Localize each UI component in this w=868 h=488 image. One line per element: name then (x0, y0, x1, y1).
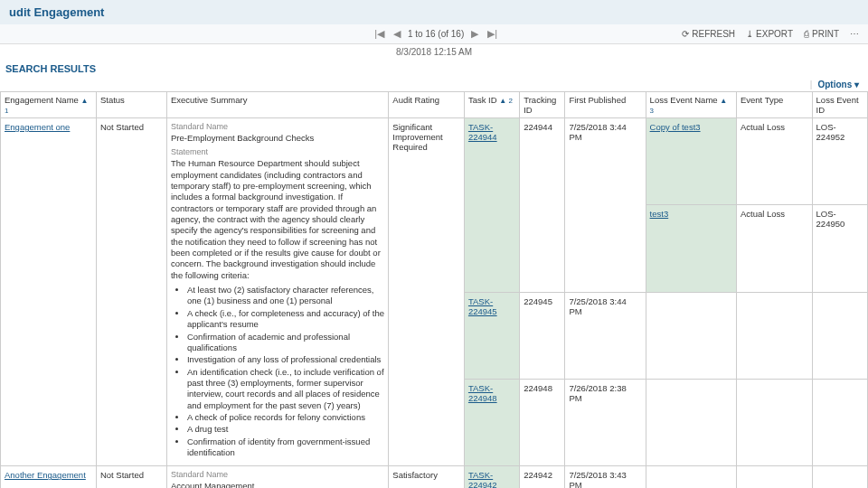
task-cell: TASK-224944 (464, 118, 519, 293)
rating-cell: Satisfactory (389, 466, 465, 488)
task-cell: TASK-224942 (464, 466, 519, 488)
more-icon[interactable]: ⋯ (850, 29, 859, 39)
summary-cell: Standard NamePre-Employment Background C… (166, 118, 388, 466)
event-id-cell: LOS-224950 (812, 205, 867, 292)
published-cell: 7/26/2018 2:38 PM (565, 379, 646, 465)
loss-name-cell: test3 (646, 205, 736, 292)
tracking-cell: 224942 (520, 466, 565, 488)
task-link[interactable]: TASK-224948 (468, 383, 497, 403)
col-published[interactable]: First Published (565, 92, 646, 118)
pager-first-icon[interactable]: |◀ (373, 28, 386, 40)
loss-name-cell: Copy of test3 (646, 118, 736, 205)
tracking-cell: 224948 (520, 379, 565, 465)
col-eventtype[interactable]: Event Type (736, 92, 812, 118)
pager-prev-icon[interactable]: ◀ (392, 28, 402, 40)
task-link[interactable]: TASK-224942 (468, 470, 497, 488)
task-link[interactable]: TASK-224945 (468, 296, 497, 316)
status-cell: Not Started (96, 118, 166, 466)
loss-link[interactable]: test3 (650, 209, 669, 219)
event-type-cell (736, 466, 812, 488)
results-table: Engagement Name ▲ 1 Status Executive Sum… (0, 91, 868, 488)
chevron-down-icon: ▾ (854, 80, 859, 89)
loss-link[interactable]: Copy of test3 (650, 122, 701, 132)
refresh-button[interactable]: ⟳REFRESH (682, 29, 735, 39)
col-tracking[interactable]: Tracking ID (520, 92, 565, 118)
table-header-row: Engagement Name ▲ 1 Status Executive Sum… (1, 92, 868, 118)
col-lossname[interactable]: Loss Event Name ▲ 3 (646, 92, 736, 118)
published-cell: 7/25/2018 3:44 PM (565, 118, 646, 293)
col-task[interactable]: Task ID ▲ 2 (464, 92, 519, 118)
pager-next-icon[interactable]: ▶ (469, 28, 480, 40)
event-type-cell (736, 292, 812, 379)
task-cell: TASK-224948 (464, 379, 519, 465)
col-status[interactable]: Status (96, 92, 166, 118)
loss-name-cell (646, 292, 736, 379)
pager: |◀ ◀ 1 to 16 (of 16) ▶ ▶| (373, 28, 499, 40)
pager-range: 1 to 16 (of 16) (408, 29, 464, 39)
table-row: Engagement oneNot StartedStandard NamePr… (1, 118, 868, 205)
event-type-cell: Actual Loss (736, 205, 812, 292)
col-eventid[interactable]: Loss Event ID (812, 92, 867, 118)
loss-name-cell (646, 466, 736, 488)
task-link[interactable]: TASK-224944 (468, 122, 497, 142)
page-title: udit Engagement (0, 0, 868, 24)
toolbar: |◀ ◀ 1 to 16 (of 16) ▶ ▶| ⟳REFRESH ⤓EXPO… (0, 24, 868, 44)
published-cell: 7/25/2018 3:44 PM (565, 292, 646, 379)
col-engagement[interactable]: Engagement Name ▲ 1 (1, 92, 97, 118)
summary-cell: Standard NameAccount ManagementStatement… (166, 466, 388, 488)
task-cell: TASK-224945 (464, 292, 519, 379)
event-type-cell (736, 379, 812, 465)
col-summary[interactable]: Executive Summary (166, 92, 388, 118)
refresh-icon: ⟳ (682, 29, 689, 39)
published-cell: 7/25/2018 3:43 PM (565, 466, 646, 488)
tracking-cell: 224944 (520, 118, 565, 293)
event-id-cell (812, 466, 867, 488)
col-rating[interactable]: Audit Rating (389, 92, 465, 118)
pager-last-icon[interactable]: ▶| (486, 28, 499, 40)
event-id-cell: LOS-224952 (812, 118, 867, 205)
engagement-link[interactable]: Engagement one (5, 122, 70, 132)
export-icon: ⤓ (746, 29, 753, 39)
event-type-cell: Actual Loss (736, 118, 812, 205)
options-link[interactable]: Options ▾ (817, 80, 859, 89)
toolbar-actions: ⟳REFRESH ⤓EXPORT ⎙PRINT ⋯ (682, 29, 859, 39)
tracking-cell: 224945 (520, 292, 565, 379)
event-id-cell (812, 379, 867, 465)
print-icon: ⎙ (804, 29, 809, 39)
status-cell: Not Started (96, 466, 166, 488)
timestamp: 8/3/2018 12:15 AM (0, 44, 868, 60)
rating-cell: Significant Improvement Required (389, 118, 465, 466)
section-title: SEARCH RESULTS (0, 60, 868, 78)
print-button[interactable]: ⎙PRINT (804, 29, 839, 39)
event-id-cell (812, 292, 867, 379)
engagement-link[interactable]: Another Engagement (5, 470, 86, 480)
table-row: Another EngagementNot StartedStandard Na… (1, 466, 868, 488)
loss-name-cell (646, 379, 736, 465)
export-button[interactable]: ⤓EXPORT (746, 29, 793, 39)
